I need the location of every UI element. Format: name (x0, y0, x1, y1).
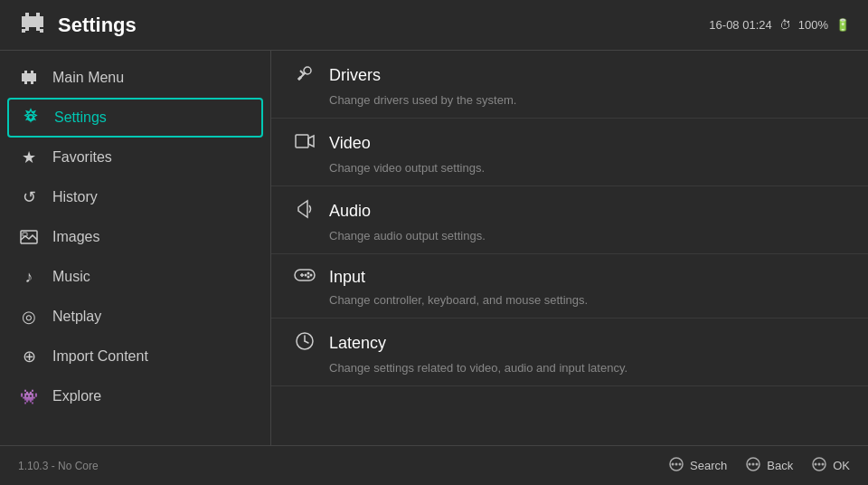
settings-item-audio[interactable]: Audio Change audio output settings. (271, 186, 868, 254)
svg-rect-0 (22, 16, 25, 20)
sidebar-item-netplay[interactable]: Netplay (0, 297, 270, 337)
settings-item-desc: Change settings related to video, audio … (293, 361, 846, 385)
sidebar-item-music[interactable]: Music (0, 257, 270, 297)
svg-rect-22 (23, 233, 27, 236)
settings-item-input[interactable]: Input Change controller, keyboard, and m… (271, 254, 868, 319)
settings-item-title: Video (329, 134, 371, 153)
svg-rect-2 (25, 13, 29, 16)
star-icon (18, 147, 40, 168)
svg-rect-9 (22, 29, 25, 33)
settings-item-title: Drivers (329, 66, 381, 85)
battery-display: 100% (798, 18, 828, 32)
svg-rect-5 (22, 20, 43, 24)
svg-point-40 (672, 462, 675, 465)
sidebar: Main Menu Settings Favorites History (0, 51, 271, 445)
svg-rect-7 (25, 27, 29, 31)
settings-item-latency[interactable]: Latency Change settings related to video… (271, 319, 868, 386)
svg-line-38 (305, 341, 308, 343)
sidebar-item-images[interactable]: Images (0, 217, 270, 257)
latency-icon (293, 331, 316, 356)
header-right: 16-08 01:24 ⏱ 100% 🔋 (709, 18, 850, 32)
svg-point-42 (679, 462, 682, 465)
app-logo-icon (18, 9, 47, 41)
svg-point-35 (305, 274, 307, 277)
settings-item-desc: Change audio output settings. (293, 229, 846, 253)
svg-point-24 (304, 67, 311, 74)
back-label: Back (767, 459, 793, 472)
home-icon (18, 67, 40, 89)
svg-rect-8 (36, 27, 40, 31)
version-label: 1.10.3 - No Core (18, 460, 99, 472)
svg-point-45 (752, 462, 755, 465)
ok-label: OK (833, 459, 850, 472)
sidebar-item-history[interactable]: History (0, 177, 270, 217)
settings-item-header: Drivers (293, 51, 846, 93)
netplay-icon (18, 306, 40, 328)
svg-point-41 (675, 462, 678, 465)
search-dots-icon (668, 456, 684, 476)
video-icon (293, 131, 316, 156)
svg-rect-19 (31, 81, 33, 84)
svg-point-49 (818, 462, 821, 465)
ok-dots-icon (811, 456, 827, 476)
settings-item-title: Input (329, 268, 365, 287)
svg-rect-6 (22, 24, 43, 27)
svg-rect-17 (22, 79, 36, 81)
ok-button[interactable]: OK (811, 456, 850, 476)
svg-point-32 (307, 272, 310, 275)
svg-point-34 (307, 276, 310, 279)
clock-icon: ⏱ (779, 18, 791, 32)
audio-icon (293, 199, 316, 223)
header-left: Settings (18, 9, 137, 41)
sidebar-item-settings[interactable]: Settings (7, 98, 263, 138)
settings-item-desc: Change video output settings. (293, 161, 846, 185)
settings-item-header: Audio (293, 186, 846, 229)
wrench-icon (293, 63, 316, 88)
explore-icon (18, 385, 40, 407)
sidebar-item-main-menu[interactable]: Main Menu (0, 58, 270, 98)
svg-rect-14 (31, 71, 33, 73)
settings-item-header: Video (293, 119, 846, 161)
svg-rect-16 (22, 76, 36, 79)
sidebar-item-explore[interactable]: Explore (0, 376, 270, 416)
sidebar-item-label: Explore (52, 388, 101, 404)
back-dots-icon (745, 456, 761, 476)
search-button[interactable]: Search (668, 456, 727, 476)
sidebar-item-label: Settings (54, 109, 107, 126)
sidebar-item-label: History (52, 189, 98, 205)
settings-item-desc: Change controller, keyboard, and mouse s… (293, 293, 846, 318)
settings-content: Drivers Change drivers used by the syste… (271, 51, 868, 445)
sidebar-item-favorites[interactable]: Favorites (0, 138, 270, 177)
page-title: Settings (58, 14, 137, 37)
sidebar-item-label: Favorites (52, 149, 112, 166)
gear-icon (20, 107, 42, 128)
svg-point-46 (756, 462, 759, 465)
main-layout: Main Menu Settings Favorites History (0, 51, 868, 445)
header: Settings 16-08 01:24 ⏱ 100% 🔋 (0, 0, 868, 51)
settings-item-title: Latency (329, 334, 386, 353)
music-icon (18, 266, 40, 288)
sidebar-item-label: Music (52, 269, 90, 285)
settings-item-drivers[interactable]: Drivers Change drivers used by the syste… (271, 51, 868, 119)
sidebar-item-label: Main Menu (52, 70, 124, 86)
svg-point-50 (822, 462, 825, 465)
import-icon (18, 346, 40, 367)
back-button[interactable]: Back (745, 456, 793, 476)
settings-item-header: Input (293, 254, 846, 293)
svg-marker-28 (308, 136, 314, 147)
settings-item-header: Latency (293, 319, 846, 361)
svg-rect-15 (24, 73, 33, 76)
svg-rect-3 (36, 13, 40, 16)
history-icon (18, 186, 40, 208)
footer: 1.10.3 - No Core Search (0, 445, 868, 485)
svg-line-26 (298, 77, 301, 80)
svg-rect-18 (24, 81, 27, 84)
settings-item-title: Audio (329, 202, 371, 221)
svg-point-20 (28, 115, 33, 120)
svg-point-44 (749, 462, 751, 465)
sidebar-item-import-content[interactable]: Import Content (0, 337, 270, 376)
sidebar-item-label: Import Content (52, 348, 148, 365)
settings-item-video[interactable]: Video Change video output settings. (271, 119, 868, 186)
svg-point-48 (815, 462, 817, 465)
svg-rect-10 (40, 29, 43, 33)
